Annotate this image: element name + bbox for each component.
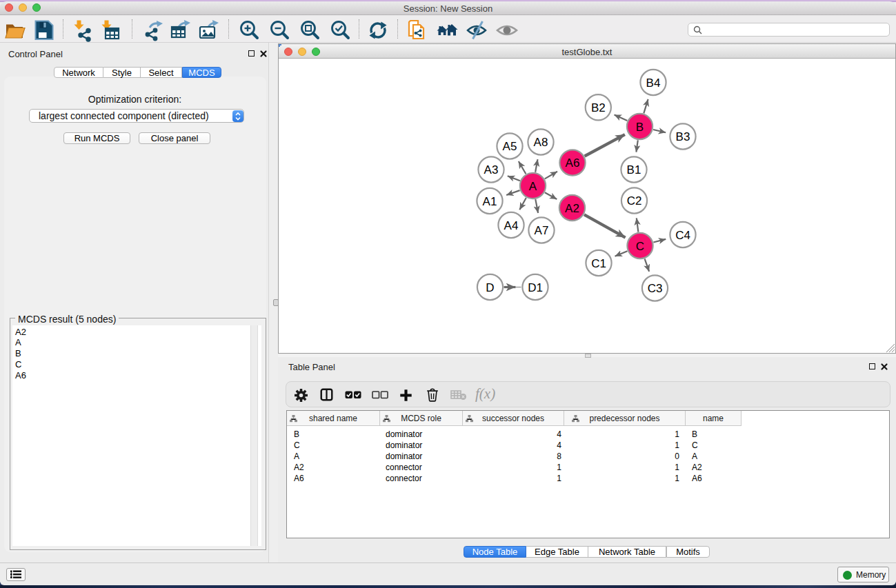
svg-text:A6: A6 [566, 156, 580, 170]
svg-text:B2: B2 [591, 101, 606, 114]
svg-text:D1: D1 [528, 281, 543, 294]
svg-text:D: D [486, 281, 494, 294]
svg-text:B: B [636, 121, 644, 134]
svg-text:A8: A8 [534, 136, 548, 149]
svg-text:B3: B3 [676, 130, 690, 143]
svg-text:A4: A4 [504, 219, 519, 232]
svg-text:B4: B4 [646, 77, 661, 90]
svg-text:C: C [636, 240, 644, 253]
svg-text:C2: C2 [627, 194, 642, 207]
svg-text:C1: C1 [591, 257, 606, 270]
svg-text:A3: A3 [484, 163, 499, 176]
svg-text:A7: A7 [535, 224, 549, 237]
svg-text:A1: A1 [483, 195, 497, 208]
svg-text:C3: C3 [648, 282, 663, 295]
svg-text:A5: A5 [503, 140, 517, 153]
svg-text:A2: A2 [565, 202, 579, 215]
svg-text:B1: B1 [627, 163, 641, 176]
svg-text:A: A [529, 180, 537, 193]
svg-text:C4: C4 [675, 229, 690, 242]
